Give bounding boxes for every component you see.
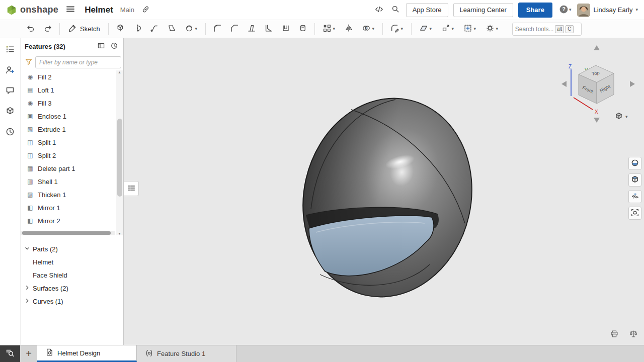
modify-fillet-button[interactable]: ▾ xyxy=(386,22,408,37)
curves-section-header[interactable]: Curves (1) xyxy=(21,295,123,308)
exploded-view-button[interactable] xyxy=(628,190,641,203)
draft-button[interactable] xyxy=(243,22,260,37)
hole-button[interactable] xyxy=(294,22,311,37)
fill-surface-button[interactable]: ▾ xyxy=(180,22,202,37)
workspace-label[interactable]: Main xyxy=(120,6,134,14)
share-link-button[interactable] xyxy=(140,4,151,16)
onshape-logo-icon xyxy=(6,5,17,16)
tool-search[interactable]: alt C xyxy=(512,23,582,36)
rotate-left-arrow-icon[interactable] xyxy=(561,81,567,87)
fillet-button[interactable] xyxy=(209,22,226,37)
app-store-button[interactable]: App Store xyxy=(406,3,448,17)
transform-button[interactable]: ▾ xyxy=(437,22,459,37)
link-icon xyxy=(141,5,150,15)
helmet-shell[interactable] xyxy=(283,81,491,314)
rollback-history-button[interactable] xyxy=(109,41,119,52)
horizontal-scrollbar[interactable] xyxy=(21,231,115,235)
dock-panel-icon xyxy=(97,42,105,51)
feature-label: Loft 1 xyxy=(38,86,54,94)
feature-row[interactable]: ◉Fill 2 xyxy=(21,70,115,83)
boolean-icon xyxy=(362,24,371,34)
feature-row[interactable]: ◧Mirror 2 xyxy=(21,214,115,227)
share-button[interactable]: Share xyxy=(518,3,552,18)
mass-properties-button[interactable] xyxy=(628,328,639,341)
rotate-right-arrow-icon[interactable] xyxy=(630,81,635,87)
redo-icon xyxy=(43,24,52,34)
rib-button[interactable] xyxy=(260,22,277,37)
feature-filter-input[interactable] xyxy=(35,56,121,68)
shaded-view-button[interactable] xyxy=(628,173,641,187)
chamfer-button[interactable] xyxy=(226,22,243,37)
custom-features-button[interactable]: ▾ xyxy=(481,22,503,37)
feature-row[interactable]: ◉Fill 3 xyxy=(21,97,115,110)
feature-row[interactable]: ▤Loft 1 xyxy=(21,83,115,97)
add-tab-button[interactable]: + xyxy=(20,345,37,362)
learn-button[interactable] xyxy=(4,105,17,118)
mirror-button[interactable] xyxy=(340,22,357,37)
scroll-up-icon[interactable]: ▲ xyxy=(118,70,121,74)
dock-panel-button[interactable] xyxy=(96,41,106,52)
feature-row[interactable]: ▥Shell 1 xyxy=(21,175,115,188)
toolbar-separator xyxy=(59,23,60,35)
transform-icon xyxy=(441,24,450,34)
sweep-button[interactable] xyxy=(146,22,163,37)
versions-history-button[interactable] xyxy=(4,126,17,139)
view-menu-button[interactable]: ▾ xyxy=(614,112,628,122)
horizontal-scroll-thumb[interactable] xyxy=(22,231,111,235)
history-clock-icon xyxy=(110,42,118,51)
feature-list-flyout-button[interactable] xyxy=(124,181,139,196)
help-menu-button[interactable]: ? ▾ xyxy=(557,3,573,17)
feature-row[interactable]: ◫Split 2 xyxy=(21,149,115,162)
rotate-up-arrow-icon[interactable] xyxy=(594,45,600,50)
developer-button[interactable] xyxy=(373,4,385,17)
print-button[interactable] xyxy=(609,328,620,341)
feature-row[interactable]: ▧Extrude 1 xyxy=(21,123,115,136)
undo-button[interactable] xyxy=(22,22,39,37)
learning-center-button[interactable]: Learning Center xyxy=(453,3,513,17)
shortcut-mod-key: alt xyxy=(555,25,565,33)
feature-row[interactable]: ◫Split 1 xyxy=(21,136,115,149)
part-row[interactable]: Face Shield xyxy=(21,268,123,282)
tool-search-input[interactable] xyxy=(515,26,553,33)
toolbar-separator xyxy=(205,23,206,35)
comment-icon xyxy=(5,85,15,97)
feature-row[interactable]: ▣Enclose 1 xyxy=(21,110,115,123)
tab-feature-studio-1[interactable]: Feature Studio 1 xyxy=(137,345,236,362)
parts-section-header[interactable]: Parts (2) xyxy=(21,242,123,255)
feature-type-icon: ▤ xyxy=(27,87,34,93)
main-menu-button[interactable] xyxy=(64,3,76,17)
redo-button[interactable] xyxy=(39,22,56,37)
search-button[interactable] xyxy=(390,4,401,16)
linear-pattern-button[interactable]: ▾ xyxy=(318,22,340,37)
graphics-viewport[interactable]: Y Top Front Right Z X xyxy=(124,38,644,345)
search-tabs-button[interactable] xyxy=(0,345,20,362)
appearance-button[interactable] xyxy=(628,157,641,170)
features-title: Features (32) xyxy=(25,43,93,50)
scroll-down-icon[interactable]: ▼ xyxy=(118,232,121,235)
undo-icon xyxy=(26,24,35,34)
part-row[interactable]: Helmet xyxy=(21,255,123,268)
user-menu[interactable]: Lindsay Early ▾ xyxy=(577,4,638,17)
mate-connector-button[interactable]: ▾ xyxy=(459,22,481,37)
vertical-scroll-thumb[interactable] xyxy=(117,119,122,197)
feature-row[interactable]: ◧Mirror 1 xyxy=(21,201,115,214)
follow-mode-button[interactable] xyxy=(4,64,17,77)
extrude-button[interactable] xyxy=(112,22,129,37)
sketch-button[interactable]: Sketch xyxy=(63,22,105,37)
feature-row[interactable]: ▦Delete part 1 xyxy=(21,162,115,175)
shortcut-letter-key: C xyxy=(566,25,573,33)
comments-button[interactable] xyxy=(4,84,17,98)
boolean-button[interactable]: ▾ xyxy=(357,22,379,37)
zoom-to-fit-button[interactable] xyxy=(628,207,641,220)
printer-icon xyxy=(610,329,619,340)
shell-button[interactable] xyxy=(277,22,294,37)
revolve-button[interactable] xyxy=(129,22,146,37)
plane-button[interactable]: ▾ xyxy=(415,22,437,37)
feature-row[interactable]: ▨Thicken 1 xyxy=(21,188,115,201)
rotate-down-arrow-icon[interactable] xyxy=(594,118,600,123)
loft-button[interactable] xyxy=(163,22,180,37)
tab-helmet-design[interactable]: Helmet Design xyxy=(37,345,137,362)
surfaces-section-header[interactable]: Surfaces (2) xyxy=(21,282,123,295)
outline-panel-button[interactable] xyxy=(4,43,17,56)
onshape-logo[interactable]: onshape xyxy=(6,5,58,16)
